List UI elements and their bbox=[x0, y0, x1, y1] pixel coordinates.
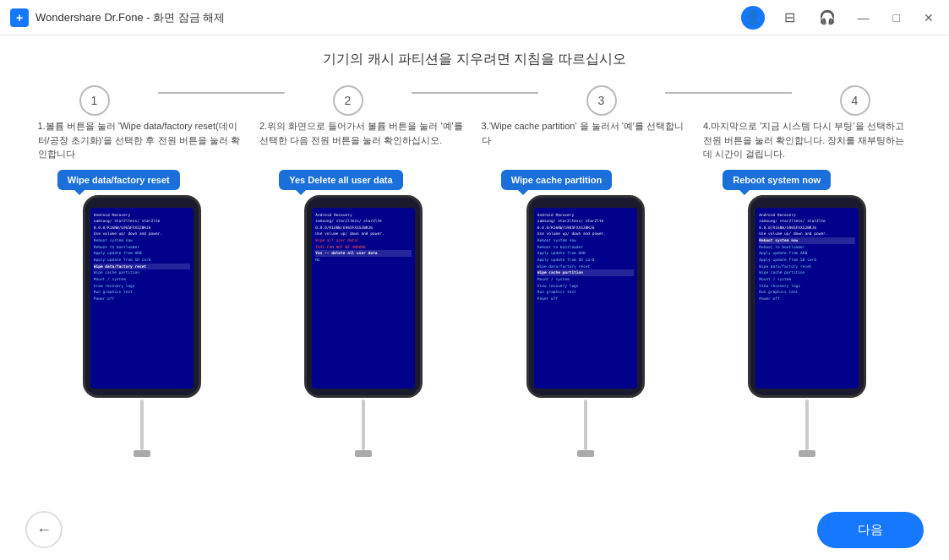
phone-2-body: Android Recoverysamsung/ star2ltess/ sta… bbox=[304, 195, 423, 398]
step-3-circle: 3 bbox=[586, 85, 617, 116]
step-1-desc: 1.볼륨 버튼을 눌러 'Wipe data/factory reset(데이터… bbox=[31, 119, 254, 161]
phone-3-cable bbox=[584, 400, 587, 450]
phone-2-screen: Android Recoverysamsung/ star2ltess/ sta… bbox=[312, 208, 415, 389]
app-icon: + bbox=[10, 8, 29, 27]
phone-4-cable bbox=[805, 400, 809, 450]
titlebar-left: + Wondershare Dr.Fone - 화면 잠금 해제 bbox=[10, 8, 225, 27]
phone-3-screen: Android Recoverysamsung/ star2ltess/ sta… bbox=[534, 208, 637, 389]
step-3: 3 bbox=[538, 85, 665, 116]
phone-1-container: Wipe data/factory resetAndroid Recoverys… bbox=[49, 170, 235, 457]
phone-4-container: Reboot system nowAndroid Recoverysamsung… bbox=[714, 170, 900, 457]
phone-3-cable-end bbox=[577, 450, 594, 457]
page-title: 기기의 캐시 파티션을 지우려면 지침을 따르십시오 bbox=[323, 51, 625, 68]
phone-4-cable-end bbox=[799, 450, 815, 457]
back-button[interactable]: ← bbox=[25, 511, 63, 548]
phone-2-cable bbox=[362, 400, 365, 450]
phones-row: Wipe data/factory resetAndroid Recoverys… bbox=[31, 170, 919, 552]
phone-2-tooltip: Yes Delete all user data bbox=[279, 170, 402, 190]
phone-3-body: Android Recoverysamsung/ star2ltess/ sta… bbox=[526, 195, 645, 398]
step-2: 2 bbox=[285, 85, 412, 116]
step-connector-1-2 bbox=[158, 92, 285, 94]
step-4-circle: 4 bbox=[840, 85, 870, 116]
phone-2-container: Yes Delete all user dataAndroid Recovery… bbox=[270, 170, 456, 457]
phone-3-tooltip: Wipe cache partition bbox=[501, 170, 612, 190]
window-menu-icon[interactable]: ⊟ bbox=[778, 6, 802, 30]
step-connector-2-3 bbox=[412, 92, 538, 94]
phone-4-screen: Android Recoverysamsung/ star2ltess/ sta… bbox=[755, 208, 859, 389]
step-3-desc: 3.'Wipe cache partition' 을 눌러서 '예'를 선택합니… bbox=[475, 119, 697, 161]
headset-icon[interactable]: 🎧 bbox=[815, 6, 839, 30]
titlebar: + Wondershare Dr.Fone - 화면 잠금 해제 👤 ⊟ 🎧 —… bbox=[0, 0, 949, 35]
phone-1-body: Android Recoverysamsung/ star2ltess/ sta… bbox=[83, 195, 201, 398]
phone-4-body: Android Recoverysamsung/ star2ltess/ sta… bbox=[748, 195, 866, 398]
phone-1-screen: Android Recoverysamsung/ star2ltess/ sta… bbox=[90, 208, 194, 389]
main-content: 기기의 캐시 파티션을 지우려면 지침을 따르십시오 1 2 3 4 1.볼륨 … bbox=[0, 35, 949, 560]
phone-4-tooltip: Reboot system now bbox=[723, 170, 831, 190]
maximize-button[interactable]: □ bbox=[888, 8, 905, 28]
step-descriptions: 1.볼륨 버튼을 눌러 'Wipe data/factory reset(데이터… bbox=[31, 119, 919, 161]
bottom-bar: ← 다음 bbox=[0, 511, 949, 548]
close-button[interactable]: ✕ bbox=[919, 8, 939, 28]
next-button[interactable]: 다음 bbox=[817, 512, 924, 548]
user-avatar-icon[interactable]: 👤 bbox=[741, 6, 765, 30]
phone-3-container: Wipe cache partitionAndroid Recoverysams… bbox=[493, 170, 679, 457]
step-4-desc: 4.마지막으로 '지금 시스템 다시 부팅'을 선택하고 전원 버튼을 눌러 확… bbox=[696, 119, 919, 161]
step-1: 1 bbox=[31, 85, 158, 116]
phone-1-tooltip: Wipe data/factory reset bbox=[57, 170, 180, 190]
step-2-circle: 2 bbox=[333, 85, 363, 116]
app-title: Wondershare Dr.Fone - 화면 잠금 해제 bbox=[35, 10, 225, 25]
titlebar-right: 👤 ⊟ 🎧 — □ ✕ bbox=[741, 6, 939, 30]
phone-2-cable-end bbox=[355, 450, 372, 457]
step-connector-3-4 bbox=[665, 92, 792, 94]
steps-indicator: 1 2 3 4 bbox=[31, 85, 919, 116]
phone-1-cable bbox=[140, 400, 144, 450]
step-1-circle: 1 bbox=[79, 85, 110, 116]
step-2-desc: 2.위의 화면으로 들어가서 볼륨 버튼을 눌러 '예'를 선택한 다음 전원 … bbox=[253, 119, 475, 161]
minimize-button[interactable]: — bbox=[853, 8, 875, 28]
phone-1-cable-end bbox=[134, 450, 150, 457]
step-4: 4 bbox=[792, 85, 919, 116]
